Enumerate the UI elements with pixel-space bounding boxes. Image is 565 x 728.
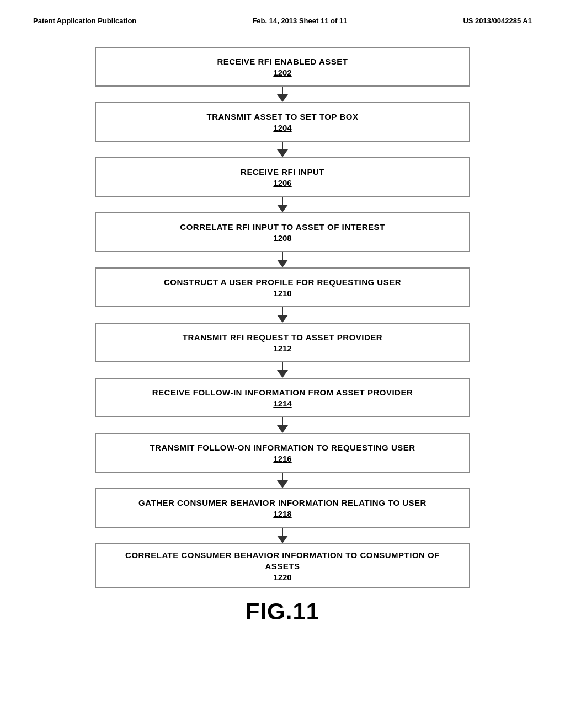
arrow-line <box>282 87 283 94</box>
arrow-1202-to-1204 <box>277 87 288 102</box>
flow-box-text-1214: RECEIVE FOLLOW-IN INFORMATION FROM ASSET… <box>152 387 413 398</box>
arrow-line <box>282 307 283 315</box>
arrow-1212-to-1214 <box>277 362 288 378</box>
arrow-1210-to-1212 <box>277 307 288 323</box>
arrow-head <box>277 149 288 157</box>
flow-box-number-1206: 1206 <box>273 178 291 188</box>
flow-box-text-1202: RECEIVE RFI ENABLED ASSET <box>217 56 348 67</box>
arrow-1216-to-1218 <box>277 473 288 488</box>
arrow-head <box>277 260 288 267</box>
figure-label: FIG.11 <box>33 598 532 625</box>
flow-box-1216: TRANSMIT FOLLOW-ON INFORMATION TO REQUES… <box>95 433 470 473</box>
page: Patent Application Publication Feb. 14, … <box>0 0 565 728</box>
flow-box-number-1218: 1218 <box>273 509 291 518</box>
flow-box-number-1204: 1204 <box>273 123 291 132</box>
flow-box-text-1204: TRANSMIT ASSET TO SET TOP BOX <box>207 111 359 122</box>
flow-box-number-1208: 1208 <box>273 233 291 243</box>
flow-box-1206: RECEIVE RFI INPUT1206 <box>95 157 470 197</box>
arrow-line <box>282 197 283 205</box>
arrow-line <box>282 362 283 370</box>
arrow-line <box>282 417 283 425</box>
flow-box-text-1206: RECEIVE RFI INPUT <box>241 167 324 178</box>
page-header: Patent Application Publication Feb. 14, … <box>33 17 532 25</box>
arrow-1204-to-1206 <box>277 142 288 157</box>
flow-box-text-1212: TRANSMIT RFI REQUEST TO ASSET PROVIDER <box>183 332 382 343</box>
arrow-head <box>277 315 288 323</box>
flow-box-1204: TRANSMIT ASSET TO SET TOP BOX1204 <box>95 102 470 142</box>
arrow-head <box>277 370 288 378</box>
flow-box-text-1218: GATHER CONSUMER BEHAVIOR INFORMATION REL… <box>138 497 427 508</box>
flow-box-number-1214: 1214 <box>273 399 291 408</box>
flow-box-1214: RECEIVE FOLLOW-IN INFORMATION FROM ASSET… <box>95 378 470 417</box>
arrow-head <box>277 536 288 543</box>
flow-box-1212: TRANSMIT RFI REQUEST TO ASSET PROVIDER12… <box>95 323 470 362</box>
flow-box-number-1212: 1212 <box>273 344 291 353</box>
header-publication-type: Patent Application Publication <box>33 17 136 25</box>
flow-box-1220: CORRELATE CONSUMER BEHAVIOR INFORMATION … <box>95 543 470 588</box>
flow-box-number-1220: 1220 <box>273 572 291 582</box>
flow-box-number-1216: 1216 <box>273 454 291 463</box>
flow-box-text-1220: CORRELATE CONSUMER BEHAVIOR INFORMATION … <box>107 550 458 571</box>
flowchart-diagram: RECEIVE RFI ENABLED ASSET1202TRANSMIT AS… <box>33 47 532 588</box>
flow-box-1202: RECEIVE RFI ENABLED ASSET1202 <box>95 47 470 87</box>
header-date-sheet: Feb. 14, 2013 Sheet 11 of 11 <box>252 17 347 25</box>
arrow-line <box>282 142 283 149</box>
flow-box-1218: GATHER CONSUMER BEHAVIOR INFORMATION REL… <box>95 488 470 528</box>
flow-box-text-1208: CORRELATE RFI INPUT TO ASSET OF INTEREST <box>180 222 385 233</box>
arrow-head <box>277 205 288 212</box>
arrow-1208-to-1210 <box>277 252 288 267</box>
arrow-head <box>277 94 288 102</box>
arrow-line <box>282 252 283 260</box>
flow-box-text-1216: TRANSMIT FOLLOW-ON INFORMATION TO REQUES… <box>150 442 415 453</box>
arrow-1218-to-1220 <box>277 528 288 543</box>
arrow-line <box>282 473 283 480</box>
arrow-head <box>277 480 288 488</box>
flow-box-1210: CONSTRUCT A USER PROFILE FOR REQUESTING … <box>95 267 470 307</box>
header-patent-number: US 2013/0042285 A1 <box>463 17 532 25</box>
flow-box-number-1202: 1202 <box>273 68 291 77</box>
arrow-1214-to-1216 <box>277 417 288 433</box>
flow-box-text-1210: CONSTRUCT A USER PROFILE FOR REQUESTING … <box>164 277 401 288</box>
arrow-head <box>277 425 288 433</box>
flow-box-number-1210: 1210 <box>273 288 291 298</box>
arrow-1206-to-1208 <box>277 197 288 212</box>
arrow-line <box>282 528 283 536</box>
flow-box-1208: CORRELATE RFI INPUT TO ASSET OF INTEREST… <box>95 212 470 252</box>
